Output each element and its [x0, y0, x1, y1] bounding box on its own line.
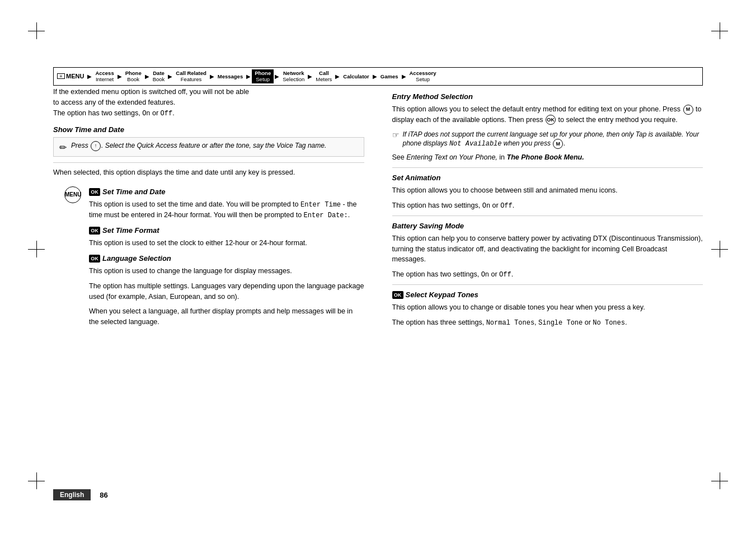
- menu-item-call-meters: Call Meters: [313, 70, 334, 83]
- set-time-date-body: This option is used to set the time and …: [89, 199, 364, 221]
- language-selection-body2: The option has multiple settings. Langua…: [89, 281, 364, 302]
- battery-saving-title: Battery Saving Mode: [392, 222, 703, 230]
- itap-note-text: If iTAP does not support the current lan…: [403, 130, 703, 149]
- crosshair-mid-left: [28, 241, 45, 257]
- menu-arrow-0: ▶: [86, 73, 93, 79]
- menu-item-games: Games: [378, 73, 401, 79]
- menu-item-calculator: Calculator: [341, 73, 371, 79]
- crosshair-mid-right: [711, 241, 728, 257]
- ok-badge-set-time: OK: [89, 188, 100, 196]
- show-time-date-note: ✏ Press ↑. Select the Quick Access featu…: [53, 137, 364, 157]
- crosshair-bottom-left: [28, 472, 45, 489]
- menu-item-accessory-setup: Accessory Setup: [407, 70, 439, 83]
- note-pencil-icon: ✏: [59, 142, 67, 153]
- select-keypad-body2: The option has three settings, Normal To…: [392, 317, 703, 328]
- divider-right-2: [392, 216, 703, 216]
- set-time-date-title: OK Set Time and Date: [89, 188, 364, 196]
- footer-page-number: 86: [100, 491, 107, 499]
- finger-icon: ☞: [392, 130, 400, 141]
- menu-item-phone-setup: Phone Setup: [252, 69, 274, 83]
- show-time-date-title: Show Time and Date: [53, 125, 364, 134]
- show-time-date-body: When selected, this option displays the …: [53, 167, 364, 178]
- menu-item-messages: Messages: [215, 73, 245, 79]
- select-keypad-title: OK Select Keypad Tones: [392, 291, 703, 299]
- ok-badge-language: OK: [89, 255, 100, 263]
- language-selection-body3: When you select a language, all further …: [89, 306, 364, 327]
- set-animation-title: Set Animation: [392, 174, 703, 182]
- menu-label: ≡ MENU: [57, 73, 86, 79]
- menu-item-call-related: Call Related Features: [173, 70, 208, 83]
- entry-method-body: This option allows you to select the def…: [392, 104, 703, 125]
- menu-item-phone-book: Phone Book: [123, 70, 144, 83]
- entry-method-title: Entry Method Selection: [392, 92, 703, 101]
- set-time-format-body: This option is used to set the clock to …: [89, 238, 364, 249]
- select-keypad-body1: This option allows you to change or disa…: [392, 302, 703, 313]
- left-column: If the extended menu option is switched …: [53, 87, 370, 470]
- main-content: If the extended menu option is switched …: [53, 87, 703, 470]
- language-selection-body1: This option is used to change the langua…: [89, 266, 364, 277]
- itap-note: ☞ If iTAP does not support the current l…: [392, 130, 703, 149]
- footer-language: English: [53, 489, 91, 500]
- set-animation-body1: This option allows you to choose between…: [392, 185, 703, 196]
- divider-right-3: [392, 284, 703, 285]
- right-column: Entry Method Selection This option allow…: [387, 87, 703, 470]
- ok-badge-keypad: OK: [392, 291, 403, 299]
- m-button: M: [683, 105, 693, 115]
- menu-circle-icon: MENU: [64, 186, 81, 203]
- menu-icon: ≡: [57, 73, 65, 79]
- language-selection-title: OK Language Selection: [89, 254, 364, 263]
- note-text: Press ↑. Select the Quick Access feature…: [71, 141, 326, 151]
- menu-item-date-book: Date Book: [151, 70, 167, 83]
- menu-bar: ≡ MENU ▶ Access Internet ▶ Phone Book ▶ …: [53, 67, 703, 86]
- ok-badge-time-format: OK: [89, 227, 100, 235]
- crosshair-bottom-right: [711, 472, 728, 489]
- up-button: ↑: [91, 141, 101, 151]
- footer: English 86: [53, 489, 108, 500]
- intro-text: If the extended menu option is switched …: [53, 87, 364, 119]
- battery-saving-body2: The option has two settings, On or Off.: [392, 269, 703, 280]
- crosshair-top-left: [28, 22, 45, 39]
- ok-button-entry: OK: [546, 115, 556, 125]
- crosshair-top-right: [711, 22, 728, 39]
- set-time-format-title: OK Set Time Format: [89, 226, 364, 235]
- menu-circle-container: MENU: [64, 182, 81, 208]
- divider-right-1: [392, 167, 703, 168]
- menu-item-access-internet: Access Internet: [93, 70, 116, 83]
- entry-method-see: See Entering Text on Your Phone, in The …: [392, 152, 703, 163]
- divider-1: [53, 162, 364, 163]
- battery-saving-body1: This option can help you to conserve bat…: [392, 233, 703, 265]
- menu-item-network-selection: Network Selection: [280, 70, 307, 83]
- m-button-note: M: [553, 139, 563, 149]
- set-animation-body2: This option has two settings, On or Off.: [392, 200, 703, 211]
